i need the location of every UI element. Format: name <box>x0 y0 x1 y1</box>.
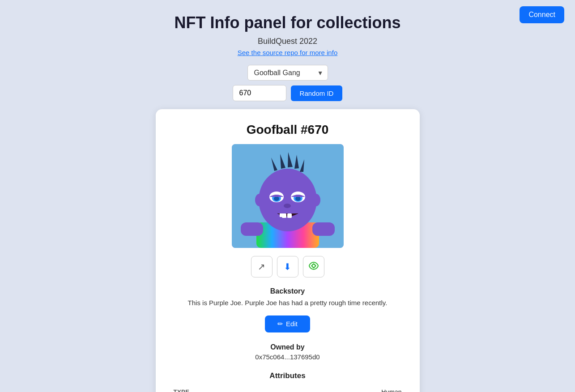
backstory-text: This is Purple Joe. Purple Joe has had a… <box>174 298 402 308</box>
id-input[interactable] <box>233 85 286 101</box>
edit-btn-label: Edit <box>286 320 298 328</box>
table-row: TYPEHuman <box>174 387 402 392</box>
owner-address: 0x75c064...137695d0 <box>174 353 402 361</box>
external-link-button[interactable]: ↗ <box>251 256 273 277</box>
collection-select[interactable]: Goofball Gang <box>247 65 328 81</box>
nft-title: Goofball #670 <box>174 123 402 137</box>
backstory-label: Backstory <box>174 287 402 295</box>
svg-rect-21 <box>280 213 283 217</box>
external-link-icon: ↗ <box>258 261 265 272</box>
attributes-table: TYPEHumanSKINPurpleBEARDPencilHAIRString… <box>174 387 402 392</box>
svg-rect-4 <box>312 222 335 236</box>
nft-image <box>232 144 344 248</box>
attribute-key: TYPE <box>174 388 265 392</box>
svg-point-14 <box>274 196 279 201</box>
id-row: Random ID <box>233 85 343 101</box>
svg-point-6 <box>259 169 317 231</box>
source-link[interactable]: See the source repo for more info <box>238 49 337 56</box>
nft-card: Goofball #670 <box>156 109 420 392</box>
attribute-value: Human <box>276 388 402 392</box>
svg-rect-3 <box>241 222 263 236</box>
svg-rect-20 <box>287 213 292 218</box>
svg-point-23 <box>311 194 320 206</box>
connect-button[interactable]: Connect <box>520 6 564 23</box>
pencil-icon <box>277 320 283 328</box>
attributes-label: Attributes <box>174 371 402 380</box>
svg-point-18 <box>284 204 291 208</box>
eye-icon <box>309 262 319 272</box>
svg-point-22 <box>255 194 264 206</box>
view-button[interactable] <box>303 256 324 277</box>
edit-button[interactable]: Edit <box>265 315 310 332</box>
action-buttons: ↗ ⬇ <box>174 256 402 277</box>
download-icon: ⬇ <box>284 261 291 272</box>
download-button[interactable]: ⬇ <box>277 256 298 277</box>
page-header: NFT Info panel for collections BuildQues… <box>0 0 575 57</box>
random-id-button[interactable]: Random ID <box>291 85 343 101</box>
collection-select-wrapper: Goofball Gang ▼ <box>247 65 328 81</box>
owned-by-label: Owned by <box>174 343 402 351</box>
controls-section: Goofball Gang ▼ Random ID <box>0 65 575 101</box>
page-subtitle: BuildQuest 2022 <box>0 37 575 46</box>
page-title: NFT Info panel for collections <box>0 13 575 32</box>
svg-point-17 <box>295 196 301 201</box>
